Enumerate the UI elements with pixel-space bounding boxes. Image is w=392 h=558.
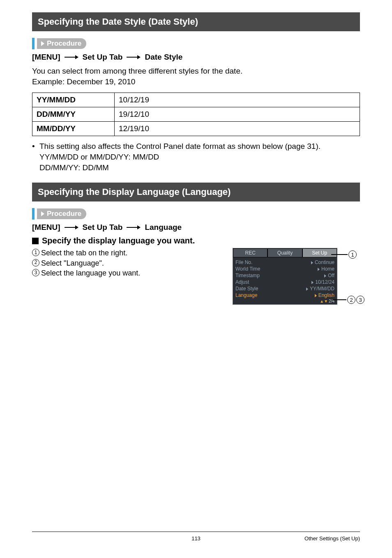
step-text: Select "Language". <box>41 258 104 268</box>
menu-row-file-no: File No.Continue <box>235 259 334 266</box>
procedure-label-row: Procedure <box>32 208 360 220</box>
camera-screenshot: REC Quality Set Up File No.Continue Worl… <box>233 248 337 305</box>
date-format-label: MM/DD/YY <box>32 122 115 136</box>
menu-row-value-text: Continue <box>315 259 334 265</box>
menu-row-value: English <box>315 292 334 298</box>
up-down-arrows-icon: ▲▼ <box>320 299 328 303</box>
menu-row-value: Continue <box>311 259 334 265</box>
step-item: 2Select "Language". <box>32 258 140 268</box>
screenshot-body: File No.Continue World TimeHome Timestam… <box>233 257 337 304</box>
date-format-label: YY/MM/DD <box>32 93 115 107</box>
menu-row-label: Date Style <box>235 286 258 292</box>
arrow-icon <box>127 225 141 230</box>
menu-row-world-time: World TimeHome <box>235 266 334 272</box>
procedure-accent-bar <box>32 208 35 220</box>
procedure-accent-bar <box>32 38 35 49</box>
intro-line-2: Example: December 19, 2010 <box>32 77 135 86</box>
note-line: This setting also affects the Control Pa… <box>39 142 321 150</box>
svg-marker-5 <box>75 225 78 229</box>
menu-tab-label: Set Up Tab <box>83 53 123 62</box>
menu-button-label: [MENU] <box>32 53 60 62</box>
screenshot-tabs: REC Quality Set Up <box>233 248 337 257</box>
menu-row-label: Timestamp <box>235 273 260 278</box>
step-text: Select the language you want. <box>41 268 140 278</box>
subsection-row: Specify the display language you want. <box>32 236 360 245</box>
menu-path-language: [MENU] Set Up Tab Language <box>32 223 360 232</box>
menu-row-value-text: Off <box>328 273 334 278</box>
square-bullet-icon <box>32 238 39 244</box>
triangle-right-icon <box>318 268 320 271</box>
menu-row-value: YY/MM/DD <box>306 286 334 292</box>
step-number-icon: 3 <box>32 269 39 276</box>
menu-item-label: Language <box>145 223 182 232</box>
menu-row-value: Home <box>318 266 334 272</box>
table-row: DD/MM/YY 19/12/10 <box>32 107 360 122</box>
triangle-right-icon <box>311 281 314 284</box>
menu-row-adjust: Adjust10/12/24 <box>235 279 334 285</box>
date-style-intro: You can select from among three differen… <box>32 66 360 87</box>
svg-marker-1 <box>75 55 78 59</box>
step-text: Select the tab on the right. <box>41 248 127 258</box>
subsection-title: Specify the display language you want. <box>42 236 195 245</box>
date-style-table: YY/MM/DD 10/12/19 DD/MM/YY 19/12/10 MM/D… <box>32 93 360 136</box>
menu-row-value-text: YY/MM/DD <box>310 286 334 292</box>
menu-row-timestamp: TimestampOff <box>235 272 334 279</box>
date-format-example: 10/12/19 <box>115 93 360 107</box>
language-steps: 1Select the tab on the right. 2Select "L… <box>32 248 140 278</box>
menu-row-value: 10/12/24 <box>311 279 334 285</box>
camera-screenshot-wrapper: REC Quality Set Up File No.Continue Worl… <box>233 248 360 305</box>
note-line: YY/MM/DD or MM/DD/YY: MM/DD <box>39 153 159 161</box>
table-row: YY/MM/DD 10/12/19 <box>32 93 360 107</box>
menu-row-label: Adjust <box>235 279 249 285</box>
footer-divider <box>32 531 360 532</box>
menu-path-date-style: [MENU] Set Up Tab Date Style <box>32 53 360 62</box>
menu-row-language: LanguageEnglish <box>235 292 334 299</box>
svg-marker-7 <box>137 225 141 229</box>
step-item: 1Select the tab on the right. <box>32 248 140 258</box>
date-format-example: 12/19/10 <box>115 122 360 136</box>
callout-line <box>331 254 348 255</box>
step-number-icon: 1 <box>32 249 39 256</box>
procedure-label-row: Procedure <box>32 38 360 49</box>
menu-row-label: Language <box>235 292 257 298</box>
arrow-icon <box>65 225 78 230</box>
procedure-chip: Procedure <box>37 208 86 219</box>
section-heading-date-style: Specifying the Date Style (Date Style) <box>32 12 360 31</box>
page-footer: 113 Other Settings (Set Up) <box>32 531 360 542</box>
section-heading-language: Specifying the Display Language (Languag… <box>32 183 360 201</box>
menu-tab-label: Set Up Tab <box>83 223 123 232</box>
menu-row-value: Off <box>324 273 334 278</box>
chevron-right-icon <box>41 41 44 46</box>
callout-number: 3 <box>356 296 364 304</box>
menu-row-label: File No. <box>235 259 252 265</box>
menu-button-label: [MENU] <box>32 223 60 232</box>
menu-row-value-text: English <box>318 292 334 298</box>
menu-row-label: World Time <box>235 266 260 272</box>
menu-item-label: Date Style <box>145 53 182 62</box>
triangle-right-icon <box>311 261 313 264</box>
procedure-label: Procedure <box>47 210 81 218</box>
menu-row-value-text: Home <box>321 266 334 272</box>
tab-quality: Quality <box>267 248 302 257</box>
procedure-label: Procedure <box>47 39 81 48</box>
triangle-right-icon <box>324 274 326 278</box>
procedure-chip: Procedure <box>37 38 86 49</box>
intro-line-1: You can select from among three differen… <box>32 67 242 75</box>
triangle-right-icon <box>315 294 317 297</box>
menu-row-date-style: Date StyleYY/MM/DD <box>235 285 334 292</box>
callout-number: 1 <box>348 250 357 259</box>
arrow-icon <box>127 55 141 60</box>
callout-number: 2 <box>347 296 355 304</box>
bullet-icon <box>32 141 39 173</box>
chapter-title: Other Settings (Set Up) <box>304 535 360 542</box>
arrow-icon <box>65 55 78 60</box>
note-line: DD/MM/YY: DD/MM <box>39 163 109 172</box>
callout-2-3: 2 3 <box>333 296 364 304</box>
callout-line <box>333 299 346 300</box>
table-row: MM/DD/YY 12/19/10 <box>32 122 360 136</box>
step-item: 3Select the language you want. <box>32 268 140 278</box>
menu-row-value-text: 10/12/24 <box>315 279 334 285</box>
svg-marker-3 <box>137 55 141 59</box>
chevron-right-icon <box>41 211 44 216</box>
date-format-label: DD/MM/YY <box>32 107 115 122</box>
